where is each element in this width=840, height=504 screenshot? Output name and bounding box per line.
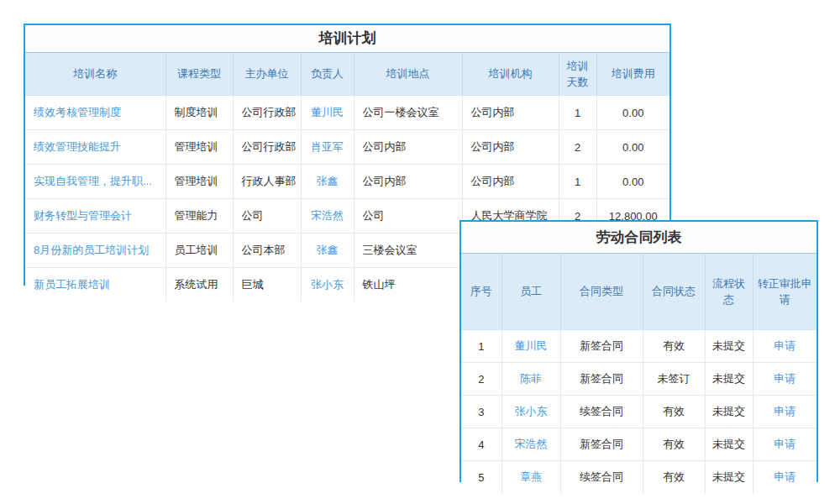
column-header-contract-status: 合同状态 [643,254,705,330]
contract-status-cell: 未签订 [643,363,705,396]
table-row: 3 张小东 续签合同 有效 未提交 申请 [461,396,816,428]
host-unit-cell: 公司行政部 [233,130,301,165]
index-cell: 5 [461,461,501,494]
organization-cell: 公司内部 [462,165,559,199]
index-cell: 2 [461,363,501,396]
table-row: 绩效考核管理制度 制度培训 公司行政部 董川民 公司一楼会议室 公司内部 1 0… [25,96,669,130]
apply-link[interactable]: 申请 [774,339,795,352]
apply-link[interactable]: 申请 [774,438,795,450]
table-row: 绩效管理技能提升 管理培训 公司行政部 肖亚军 公司内部 公司内部 2 0.00 [25,130,669,165]
contract-type-cell: 新签合同 [560,428,643,461]
contract-type-cell: 新签合同 [560,330,643,363]
process-status-cell: 未提交 [705,363,753,396]
apply-link[interactable]: 申请 [774,470,795,483]
process-status-cell: 未提交 [705,461,753,494]
process-status-cell: 未提交 [705,330,753,363]
course-type-cell: 管理能力 [165,199,233,234]
owner-link[interactable]: 宋浩然 [311,209,344,222]
training-plan-title: 培训计划 [25,25,669,53]
contract-status-cell: 有效 [643,428,705,461]
index-cell: 1 [461,330,501,363]
owner-link[interactable]: 张鑫 [317,244,339,256]
column-header-days: 培训天数 [559,53,596,96]
location-cell: 公司内部 [354,130,462,165]
column-header-process-status: 流程状态 [705,254,753,330]
days-cell: 1 [559,96,596,130]
index-cell: 3 [461,396,501,428]
header-row: 培训名称 课程类型 主办单位 负责人 培训地点 培训机构 培训天数 培训费用 [25,53,669,96]
course-type-cell: 管理培训 [165,130,233,165]
host-unit-cell: 公司行政部 [233,96,301,130]
apply-link[interactable]: 申请 [774,372,795,385]
fee-cell: 0.00 [596,96,669,130]
table-row: 1 董川民 新签合同 有效 未提交 申请 [461,330,816,363]
table-row: 4 宋浩然 新签合同 有效 未提交 申请 [461,428,816,461]
host-unit-cell: 公司本部 [233,234,301,268]
labor-contract-title: 劳动合同列表 [461,222,816,254]
location-cell: 三楼会议室 [354,234,462,268]
contract-status-cell: 有效 [643,396,705,428]
training-name-link[interactable]: 绩效管理技能提升 [34,140,121,153]
column-header-owner: 负责人 [301,53,354,96]
column-header-organization: 培训机构 [462,53,559,96]
employee-link[interactable]: 章燕 [520,470,542,483]
process-status-cell: 未提交 [705,396,753,428]
owner-link[interactable]: 张小东 [311,278,344,291]
index-cell: 4 [461,428,501,461]
employee-link[interactable]: 陈菲 [520,372,542,385]
host-unit-cell: 公司 [233,199,301,234]
column-header-training-name: 培训名称 [25,53,165,96]
apply-link[interactable]: 申请 [774,405,795,417]
days-cell: 2 [559,130,596,165]
training-name-link[interactable]: 实现自我管理，提升职... [34,175,152,187]
owner-link[interactable]: 张鑫 [317,175,339,187]
training-name-link[interactable]: 财务转型与管理会计 [34,209,132,222]
host-unit-cell: 巨城 [233,268,301,302]
training-name-link[interactable]: 8月份新的员工培训计划 [34,244,149,256]
employee-link[interactable]: 董川民 [515,339,548,352]
contract-type-cell: 续签合同 [560,461,643,494]
column-header-location: 培训地点 [354,53,462,96]
course-type-cell: 制度培训 [165,96,233,130]
organization-cell: 公司内部 [462,130,559,165]
table-row: 5 章燕 续签合同 有效 未提交 申请 [461,461,816,494]
location-cell: 铁山坪 [354,268,462,302]
days-cell: 1 [559,165,596,199]
training-name-link[interactable]: 绩效考核管理制度 [34,106,121,118]
labor-contract-panel: 劳动合同列表 序号 员工 合同类型 合同状态 流程状态 转正审批申请 1 董川民… [459,220,818,482]
column-header-employee: 员工 [501,254,560,330]
column-header-contract-type: 合同类型 [560,254,643,330]
column-header-index: 序号 [461,254,501,330]
table-row: 实现自我管理，提升职... 管理培训 行政人事部 张鑫 公司内部 公司内部 1 … [25,165,669,199]
training-name-link[interactable]: 新员工拓展培训 [34,278,110,291]
contract-type-cell: 新签合同 [560,363,643,396]
host-unit-cell: 行政人事部 [233,165,301,199]
contract-type-cell: 续签合同 [560,396,643,428]
contract-status-cell: 有效 [643,461,705,494]
location-cell: 公司内部 [354,165,462,199]
employee-link[interactable]: 宋浩然 [515,438,548,450]
organization-cell: 公司内部 [462,96,559,130]
course-type-cell: 员工培训 [165,234,233,268]
column-header-approval-request: 转正审批申请 [753,254,816,330]
fee-cell: 0.00 [596,165,669,199]
table-row: 2 陈菲 新签合同 未签订 未提交 申请 [461,363,816,396]
owner-link[interactable]: 董川民 [311,106,344,118]
owner-link[interactable]: 肖亚军 [311,140,344,153]
location-cell: 公司 [354,199,462,234]
column-header-course-type: 课程类型 [165,53,233,96]
header-row: 序号 员工 合同类型 合同状态 流程状态 转正审批申请 [461,254,816,330]
course-type-cell: 系统试用 [165,268,233,302]
fee-cell: 0.00 [596,130,669,165]
contract-status-cell: 有效 [643,330,705,363]
course-type-cell: 管理培训 [165,165,233,199]
process-status-cell: 未提交 [705,428,753,461]
employee-link[interactable]: 张小东 [515,405,548,417]
column-header-fee: 培训费用 [596,53,669,96]
labor-contract-table: 序号 员工 合同类型 合同状态 流程状态 转正审批申请 1 董川民 新签合同 有… [461,254,816,493]
column-header-host-unit: 主办单位 [233,53,301,96]
location-cell: 公司一楼会议室 [354,96,462,130]
